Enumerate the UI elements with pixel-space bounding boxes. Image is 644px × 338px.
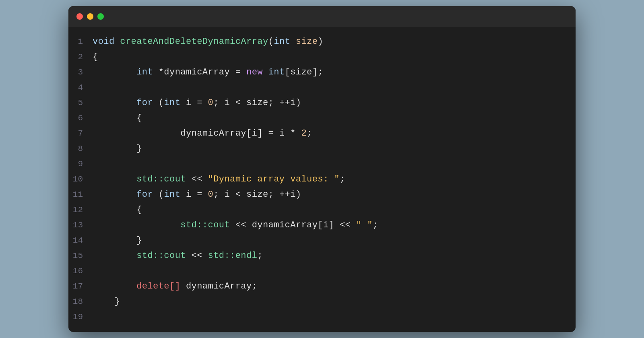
line-content: int *dynamicArray = new int[size]; bbox=[93, 65, 576, 80]
token: for bbox=[136, 190, 153, 200]
line-number: 1 bbox=[68, 34, 93, 49]
code-line: 14 } bbox=[68, 233, 576, 248]
token: ; bbox=[373, 220, 378, 230]
token: << bbox=[186, 174, 208, 184]
line-content: { bbox=[93, 49, 576, 65]
line-number: 11 bbox=[68, 187, 93, 202]
line-content: std::cout << std::endl; bbox=[93, 248, 576, 264]
line-number: 10 bbox=[68, 172, 93, 187]
token: ( bbox=[153, 190, 164, 200]
token: } bbox=[93, 144, 142, 154]
code-line: 13 std::cout << dynamicArray[i] << " "; bbox=[68, 218, 576, 233]
token bbox=[93, 174, 136, 184]
line-content: { bbox=[93, 202, 576, 218]
line-number: 5 bbox=[68, 95, 93, 111]
line-content: } bbox=[93, 141, 576, 157]
token: i = bbox=[180, 98, 208, 108]
token: i = bbox=[180, 190, 208, 200]
token: int bbox=[274, 37, 290, 47]
line-content: } bbox=[93, 294, 576, 309]
line-number: 7 bbox=[68, 126, 93, 141]
line-number: 17 bbox=[68, 279, 93, 294]
code-line: 15 std::cout << std::endl; bbox=[68, 248, 576, 264]
line-number: 8 bbox=[68, 141, 93, 157]
code-line: 12 { bbox=[68, 202, 576, 218]
token: size bbox=[290, 37, 318, 47]
token: 0 bbox=[208, 98, 214, 108]
token: { bbox=[93, 113, 142, 123]
token: ; i < size; ++i) bbox=[213, 98, 301, 108]
line-number: 18 bbox=[68, 294, 93, 309]
code-line: 19 bbox=[68, 309, 576, 325]
titlebar bbox=[68, 6, 576, 27]
line-number: 2 bbox=[68, 49, 93, 65]
token: std::cout bbox=[180, 220, 230, 230]
token: "Dynamic array values: " bbox=[208, 174, 340, 184]
code-line: 16 bbox=[68, 264, 576, 279]
token bbox=[263, 67, 268, 77]
token: std::endl bbox=[208, 251, 258, 261]
code-line: 7 dynamicArray[i] = i * 2; bbox=[68, 126, 576, 141]
token: ) bbox=[318, 37, 323, 47]
token: new bbox=[246, 67, 263, 77]
code-line: 9 bbox=[68, 157, 576, 172]
token: << bbox=[186, 251, 208, 261]
token: for bbox=[136, 98, 153, 108]
code-line: 17 delete[] dynamicArray; bbox=[68, 279, 576, 294]
line-content: void createAndDeleteDynamicArray(int siz… bbox=[93, 34, 576, 49]
token: int bbox=[164, 190, 180, 200]
maximize-button[interactable] bbox=[97, 13, 104, 20]
line-content: std::cout << dynamicArray[i] << " "; bbox=[93, 218, 576, 233]
token bbox=[93, 251, 136, 261]
token: 2 bbox=[301, 128, 307, 138]
line-number: 3 bbox=[68, 65, 93, 80]
line-number: 12 bbox=[68, 202, 93, 218]
token: void bbox=[93, 37, 115, 47]
close-button[interactable] bbox=[76, 13, 83, 20]
code-line: 5 for (int i = 0; i < size; ++i) bbox=[68, 95, 576, 111]
line-content: std::cout << "Dynamic array values: "; bbox=[93, 172, 576, 187]
code-window: 1void createAndDeleteDynamicArray(int si… bbox=[68, 6, 576, 332]
token: dynamicArray[i] = i * bbox=[93, 128, 301, 138]
minimize-button[interactable] bbox=[87, 13, 93, 20]
token: ; i < size; ++i) bbox=[213, 190, 301, 200]
line-content: delete[] dynamicArray; bbox=[93, 279, 576, 294]
code-line: 4 bbox=[68, 80, 576, 95]
line-content: { bbox=[93, 111, 576, 126]
token: ( bbox=[153, 98, 164, 108]
token: *dynamicArray = bbox=[153, 67, 246, 77]
code-line: 3 int *dynamicArray = new int[size]; bbox=[68, 65, 576, 80]
line-content: for (int i = 0; i < size; ++i) bbox=[93, 95, 576, 111]
line-number: 16 bbox=[68, 264, 93, 279]
line-number: 13 bbox=[68, 218, 93, 233]
line-content: } bbox=[93, 233, 576, 248]
token: << dynamicArray[i] << bbox=[230, 220, 356, 230]
code-line: 18 } bbox=[68, 294, 576, 309]
token: ; bbox=[307, 128, 312, 138]
token: } bbox=[93, 235, 142, 245]
token: std::cout bbox=[136, 174, 186, 184]
token bbox=[93, 190, 136, 200]
token: dynamicArray; bbox=[180, 281, 257, 291]
code-line: 1void createAndDeleteDynamicArray(int si… bbox=[68, 34, 576, 49]
token bbox=[115, 37, 120, 47]
token: 0 bbox=[208, 190, 214, 200]
token: delete[] bbox=[136, 281, 180, 291]
line-number: 9 bbox=[68, 157, 93, 172]
token: ; bbox=[340, 174, 345, 184]
token: int bbox=[93, 67, 153, 77]
line-number: 19 bbox=[68, 309, 93, 325]
token: ; bbox=[257, 251, 263, 261]
token: int bbox=[164, 98, 180, 108]
token: } bbox=[93, 297, 120, 307]
token: [size]; bbox=[285, 67, 324, 77]
token bbox=[93, 220, 180, 230]
token bbox=[93, 281, 136, 291]
token: std::cout bbox=[136, 251, 186, 261]
code-line: 6 { bbox=[68, 111, 576, 126]
token: ( bbox=[268, 37, 274, 47]
line-number: 14 bbox=[68, 233, 93, 248]
token: { bbox=[93, 205, 142, 215]
token bbox=[93, 98, 136, 108]
token: " " bbox=[356, 220, 373, 230]
